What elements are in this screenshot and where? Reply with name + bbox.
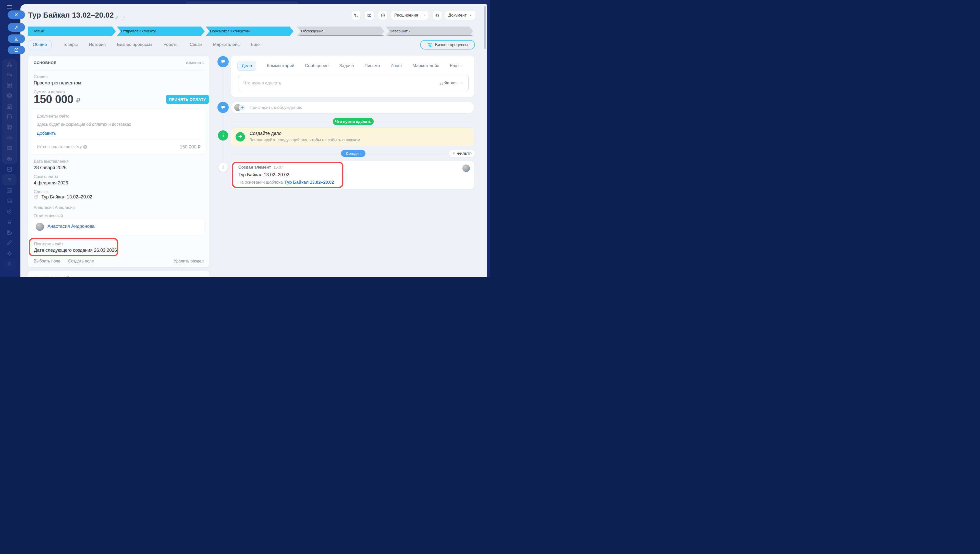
app-window: Тур Байкал 13.02–20.02 Расширения Докуме… bbox=[0, 0, 490, 277]
pen-icon[interactable] bbox=[6, 239, 13, 246]
stage-chip-1[interactable]: Новый bbox=[28, 27, 116, 36]
scrollbar-thumb[interactable] bbox=[484, 6, 486, 49]
todo-input[interactable] bbox=[238, 75, 468, 91]
invite-input[interactable] bbox=[249, 102, 428, 113]
tab-роботы[interactable]: Роботы bbox=[163, 42, 178, 47]
divider bbox=[34, 70, 204, 70]
extensions-button[interactable]: Расширения bbox=[391, 11, 429, 20]
deal-value: Тур Байкал 13.02–20.02 bbox=[41, 194, 92, 200]
help-icon[interactable]: ? bbox=[83, 145, 87, 149]
responsible-box[interactable]: Анастасия Андронова bbox=[31, 219, 204, 235]
tab-маркетплейс[interactable]: Маркетплейс bbox=[213, 42, 240, 47]
recipient-edit-link[interactable]: изменить bbox=[186, 276, 204, 277]
gear-icon bbox=[435, 13, 440, 18]
calendar-icon[interactable] bbox=[6, 103, 13, 110]
activity-tab-задача[interactable]: Задача bbox=[339, 63, 354, 68]
invite-bar[interactable]: + bbox=[231, 102, 474, 113]
stage-chip-4[interactable]: Обсуждение bbox=[297, 27, 384, 36]
flowchart-icon bbox=[427, 42, 433, 48]
responsible-name[interactable]: Анастасия Андронова bbox=[48, 224, 95, 229]
news-icon[interactable] bbox=[6, 82, 13, 89]
activity-tab-дело[interactable]: Дело bbox=[237, 61, 256, 71]
detail-tabs: ОбщиеТоварыИсторияБизнес-процессыРоботыС… bbox=[28, 40, 264, 49]
activity-tab-письмо[interactable]: Письмо bbox=[365, 63, 380, 68]
hexagon-icon[interactable] bbox=[6, 92, 13, 99]
filter-label: ФИЛЬТР bbox=[457, 152, 472, 156]
tab-бизнес-процессы[interactable]: Бизнес-процессы bbox=[117, 42, 152, 47]
delete-section-link[interactable]: Удалить раздел bbox=[174, 259, 204, 264]
stage-chip-5[interactable]: Завершить bbox=[386, 27, 473, 36]
file-icon[interactable] bbox=[6, 113, 13, 120]
docs-add-link[interactable]: Добавить bbox=[37, 131, 56, 136]
chat-exchange-icon bbox=[381, 13, 386, 18]
drive-icon[interactable] bbox=[6, 134, 13, 141]
issue-date-value[interactable]: 28 января 2026 bbox=[34, 165, 67, 170]
annotation-created-element bbox=[232, 162, 343, 188]
edit-title-icon[interactable] bbox=[114, 16, 119, 21]
people-icon[interactable] bbox=[6, 156, 13, 162]
menu-icon[interactable] bbox=[6, 3, 13, 10]
tab-товары[interactable]: Товары bbox=[63, 42, 78, 47]
activity-tab-еще[interactable]: Еще bbox=[450, 63, 463, 68]
tasks-icon[interactable] bbox=[6, 187, 13, 194]
deal-link-row[interactable]: Тур Байкал 13.02–20.02 bbox=[34, 194, 92, 200]
business-process-label: Бизнес-процессы bbox=[435, 43, 468, 47]
call-button[interactable] bbox=[352, 11, 360, 20]
activity-tab-zoom[interactable]: Zoom bbox=[391, 63, 402, 68]
create-field-link[interactable]: Создать поле bbox=[68, 259, 94, 264]
close-panel-button[interactable] bbox=[8, 10, 25, 19]
activity-tab-комментарий[interactable]: Комментарий bbox=[267, 63, 294, 68]
plus-icon[interactable]: + bbox=[236, 132, 245, 142]
docs-total-value: 150 000 ₽ bbox=[180, 144, 201, 150]
open-new-window-button[interactable] bbox=[8, 46, 25, 54]
business-process-button[interactable]: Бизнес-процессы bbox=[420, 40, 475, 49]
target-icon[interactable] bbox=[6, 208, 13, 215]
tab-связи[interactable]: Связи bbox=[190, 42, 202, 47]
edit-section-link[interactable]: изменить bbox=[186, 60, 204, 65]
title-link-icon[interactable] bbox=[121, 16, 126, 21]
check-icon[interactable] bbox=[6, 166, 13, 173]
minimize-button[interactable] bbox=[8, 34, 25, 43]
button-divider bbox=[421, 13, 421, 18]
link-icon bbox=[14, 25, 19, 30]
activity-tab-маркетплейс[interactable]: Маркетплейс bbox=[413, 63, 439, 68]
tab-еще[interactable]: Еще bbox=[251, 42, 264, 47]
document-button[interactable]: Документ bbox=[445, 11, 475, 20]
actions-dropdown[interactable]: действия bbox=[440, 81, 463, 85]
stage-field-value[interactable]: Просмотрен клиентом bbox=[34, 80, 81, 86]
copy-link-button[interactable] bbox=[8, 23, 25, 32]
add-participant-icon[interactable]: + bbox=[239, 104, 246, 111]
board-icon[interactable] bbox=[6, 124, 13, 131]
stage-chip-2[interactable]: Отправлен клиенту bbox=[117, 27, 205, 36]
recipient-section-title: ПОЛУЧАТЕЛЬ СЧЁТА bbox=[34, 276, 75, 277]
email-button[interactable] bbox=[365, 11, 374, 20]
warehouse-icon[interactable] bbox=[6, 197, 13, 204]
stage-field-label: Стадия bbox=[34, 75, 48, 79]
cart-icon[interactable] bbox=[6, 218, 13, 225]
amount-value[interactable]: 150 000₽ bbox=[34, 93, 80, 106]
chats-icon[interactable] bbox=[6, 72, 13, 78]
filter-icon[interactable] bbox=[6, 177, 13, 183]
filter-button[interactable]: ФИЛЬТР bbox=[449, 150, 475, 157]
divider bbox=[37, 140, 201, 140]
stage-chip-3[interactable]: Просмотрен клиентом bbox=[206, 27, 293, 36]
messenger-button[interactable] bbox=[378, 11, 387, 20]
due-date-value[interactable]: 4 февраля 2026 bbox=[34, 180, 68, 186]
tab-общие[interactable]: Общие bbox=[28, 40, 51, 49]
accept-payment-button[interactable]: ПРИНЯТЬ ОПЛАТУ bbox=[166, 95, 209, 104]
select-field-link[interactable]: Выбрать поле bbox=[34, 259, 60, 264]
page-title: Тур Байкал 13.02–20.02 bbox=[28, 11, 114, 19]
repeat-value[interactable]: Дата следующего создания 26.03.2026 bbox=[34, 248, 117, 253]
tab-история[interactable]: История bbox=[89, 42, 106, 47]
activity-tab-сообщение[interactable]: Сообщение bbox=[305, 63, 329, 68]
todo-badge: Что нужно сделать bbox=[333, 118, 374, 125]
gear-icon[interactable] bbox=[6, 250, 13, 256]
mail-icon[interactable] bbox=[6, 145, 13, 151]
avatar bbox=[462, 164, 470, 172]
today-badge[interactable]: Сегодня bbox=[341, 150, 365, 157]
settings-button[interactable] bbox=[433, 11, 441, 20]
contact-name[interactable]: Анастасия Анастасия bbox=[34, 205, 75, 210]
doc-edit-icon[interactable] bbox=[6, 229, 13, 236]
rocket-icon[interactable] bbox=[6, 261, 13, 267]
network-icon[interactable] bbox=[6, 61, 13, 68]
